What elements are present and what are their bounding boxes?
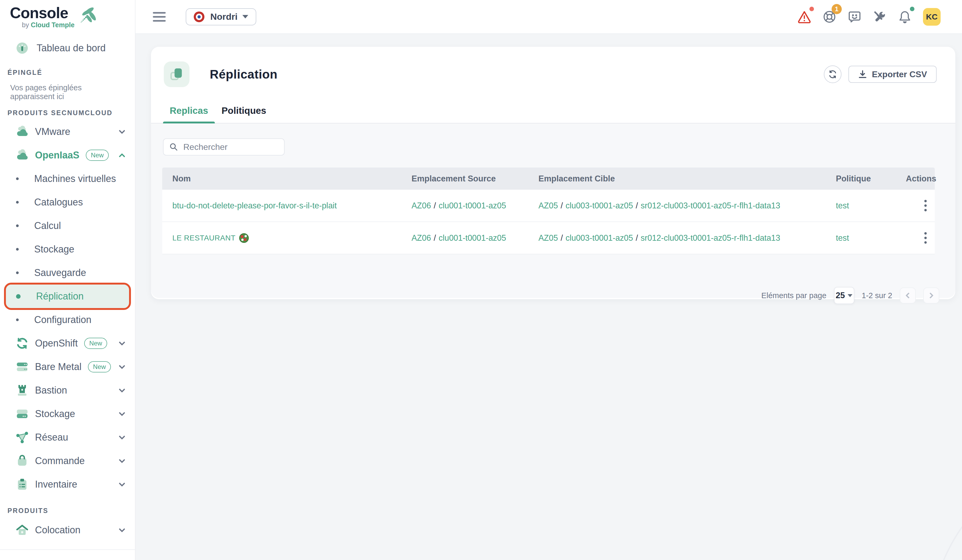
source-cell: AZ06/clu001-t0001-az05	[412, 233, 538, 243]
tools-button[interactable]	[873, 10, 887, 24]
notification-dot-badge	[910, 6, 914, 11]
sidebar-item-label: VMware	[35, 126, 70, 137]
sidebar-subitem-replication-active[interactable]: Réplication	[6, 284, 129, 308]
page-range: 1-2 sur 2	[862, 291, 892, 300]
sidebar-item-label: Bastion	[35, 385, 67, 396]
brand-logo[interactable]: Console by Cloud Temple	[0, 0, 135, 34]
workspace-name: Nordri	[210, 11, 237, 22]
sidebar-item-bare-metal[interactable]: Bare Metal New	[0, 355, 135, 379]
target-az-link[interactable]: AZ05	[538, 201, 558, 210]
refresh-button[interactable]	[824, 65, 841, 83]
tab-politiques[interactable]: Politiques	[215, 105, 273, 123]
sidebar-subitem-sauvegarde[interactable]: Sauvegarde	[0, 261, 135, 284]
sidebar-item-label: Réseau	[35, 432, 68, 443]
col-header-emplacement-source: Emplacement Source	[412, 174, 538, 184]
sidebar-subitem-configuration[interactable]: Configuration	[0, 308, 135, 332]
replicas-table: Nom Emplacement Source Emplacement Cible…	[162, 168, 935, 254]
export-csv-button[interactable]: Exporter CSV	[848, 66, 937, 83]
bell-icon	[898, 10, 911, 24]
network-icon	[15, 431, 30, 444]
sidebar-item-bastion[interactable]: Bastion	[0, 379, 135, 402]
source-cluster-link[interactable]: clu001-t0001-az05	[439, 201, 506, 210]
bullet-icon	[16, 178, 19, 180]
chevron-down-icon	[119, 457, 125, 463]
page-title: Réplication	[210, 67, 278, 81]
topbar: Nordri 1	[136, 0, 962, 34]
replication-card: Réplication Exporter CSV	[151, 47, 955, 299]
target-az-link[interactable]: AZ05	[538, 233, 558, 242]
bullet-icon	[16, 294, 21, 299]
alerts-button[interactable]	[797, 10, 811, 24]
feedback-button[interactable]	[847, 10, 862, 24]
pinned-section-header: ÉPINGLÉ	[0, 69, 135, 76]
sidebar-subitem-calcul[interactable]: Calcul	[0, 214, 135, 237]
sidebar-subitem-stockage[interactable]: Stockage	[0, 237, 135, 261]
warning-triangle-icon	[797, 10, 811, 23]
sidebar-item-openshift[interactable]: OpenShift New	[0, 332, 135, 355]
house-icon	[15, 524, 30, 536]
user-avatar[interactable]: KC	[923, 8, 941, 26]
support-button[interactable]: 1	[823, 10, 836, 24]
sidebar-item-openiaas[interactable]: OpenIaaS New	[0, 144, 135, 167]
chevron-left-icon	[906, 292, 912, 299]
clipboard-icon	[15, 478, 30, 491]
col-header-actions: Actions	[906, 174, 945, 184]
target-cell: AZ05/clu003-t0001-az05/sr012-clu003-t000…	[538, 233, 836, 243]
new-badge: New	[88, 361, 111, 373]
col-header-emplacement-cible: Emplacement Cible	[538, 174, 836, 184]
sidebar-item-label: Stockage	[35, 408, 75, 420]
target-datastore-link[interactable]: sr012-clu003-t0001-az05-r-flh1-data13	[641, 201, 780, 210]
pagination: Eléments par page 25 1-2 sur 2	[761, 287, 939, 304]
chevron-right-icon	[928, 292, 934, 299]
sidebar-item-commande[interactable]: Commande	[0, 449, 135, 473]
workspace-target-icon	[194, 11, 205, 22]
row-actions-kebab-button[interactable]	[906, 232, 945, 244]
next-page-button[interactable]	[923, 287, 939, 303]
bullet-icon	[16, 224, 19, 227]
release-notes-link[interactable]: Nouveautés 4.21.0	[0, 550, 135, 560]
target-datastore-link[interactable]: sr012-clu003-t0001-az05-r-flh1-data13	[641, 233, 780, 242]
replica-name-link[interactable]: LE RESTAURANT	[172, 234, 236, 242]
target-cluster-link[interactable]: clu003-t0001-az05	[565, 201, 633, 210]
dashboard-icon	[15, 42, 30, 54]
row-actions-kebab-button[interactable]	[906, 200, 945, 211]
sidebar-item-reseau[interactable]: Réseau	[0, 426, 135, 449]
sidebar: Console by Cloud Temple	[0, 0, 136, 560]
workspace-selector[interactable]: Nordri	[186, 8, 256, 25]
pinned-empty-note: Vos pages épinglées apparaissent ici	[0, 83, 135, 101]
chevron-down-icon	[119, 127, 125, 134]
sidebar-item-label: Bare Metal	[35, 361, 82, 373]
per-page-select[interactable]: 25	[834, 287, 854, 304]
sidebar-item-label: Commande	[35, 455, 85, 466]
policy-link[interactable]: test	[836, 233, 849, 242]
chevron-down-icon	[119, 363, 125, 369]
brand-byline: by Cloud Temple	[10, 21, 74, 29]
sidebar-subitem-machines-virtuelles[interactable]: Machines virtuelles	[0, 167, 135, 190]
policy-link[interactable]: test	[836, 201, 849, 210]
sidebar-item-colocation[interactable]: Colocation	[0, 518, 135, 542]
source-cluster-link[interactable]: clu001-t0001-az05	[439, 233, 506, 242]
sidebar-item-dashboard[interactable]: Tableau de bord	[0, 41, 135, 55]
hamburger-menu-button[interactable]	[153, 10, 166, 24]
tools-icon	[873, 10, 886, 24]
sidebar-item-vmware[interactable]: VMware	[0, 120, 135, 144]
notifications-button[interactable]	[898, 10, 912, 24]
cloud-icon	[15, 149, 30, 161]
brand-name: Console	[10, 5, 74, 21]
source-az-link[interactable]: AZ06	[412, 233, 431, 242]
new-badge: New	[84, 338, 107, 349]
source-az-link[interactable]: AZ06	[412, 201, 431, 210]
caret-down-icon	[847, 294, 852, 297]
previous-page-button[interactable]	[900, 287, 916, 303]
sidebar-item-inventaire[interactable]: Inventaire	[0, 473, 135, 496]
replica-name-link[interactable]: btu-do-not-delete-please-por-favor-s-il-…	[172, 201, 337, 210]
sidebar-subitem-catalogues[interactable]: Catalogues	[0, 190, 135, 214]
chevron-up-icon	[119, 153, 125, 160]
shopping-bag-icon	[15, 455, 30, 467]
search-input[interactable]	[183, 142, 274, 152]
sidebar-item-stockage[interactable]: Stockage	[0, 402, 135, 426]
search-box[interactable]	[163, 139, 285, 155]
chat-smiley-icon	[848, 10, 861, 24]
target-cluster-link[interactable]: clu003-t0001-az05	[565, 233, 633, 242]
tab-replicas[interactable]: Replicas	[163, 105, 215, 123]
